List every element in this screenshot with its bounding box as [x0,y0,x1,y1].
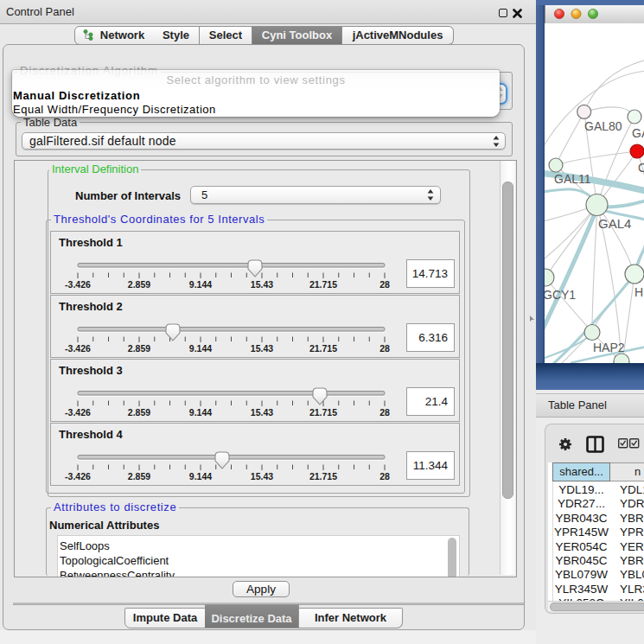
svg-text:-3.426: -3.426 [65,279,91,290]
svg-text:28: 28 [379,279,390,290]
svg-text:-3.426: -3.426 [65,343,91,354]
svg-text:21.715: 21.715 [309,343,337,354]
svg-text:H: H [634,285,643,299]
svg-text:2.859: 2.859 [128,471,150,481]
svg-text:28: 28 [379,343,390,354]
svg-text:GCY1: GCY1 [545,288,576,302]
svg-text:28: 28 [379,407,390,418]
svg-text:9.144: 9.144 [189,471,212,481]
svg-text:2.859: 2.859 [128,279,150,290]
svg-text:C: C [638,161,644,175]
svg-text:-3.426: -3.426 [65,407,91,418]
svg-text:15.43: 15.43 [251,407,273,418]
svg-text:GA: GA [632,126,644,140]
svg-text:9.144: 9.144 [189,279,212,290]
svg-text:9.144: 9.144 [189,407,212,418]
svg-text:15.43: 15.43 [251,471,273,481]
svg-text:GAL11: GAL11 [554,172,591,186]
svg-text:GAL4: GAL4 [598,216,631,231]
svg-text:28: 28 [379,471,390,481]
svg-text:15.43: 15.43 [251,343,273,354]
svg-text:GAL80: GAL80 [584,119,622,133]
svg-text:21.715: 21.715 [309,471,337,481]
svg-text:HAP2: HAP2 [593,341,625,354]
svg-text:21.715: 21.715 [309,279,337,290]
svg-text:21.715: 21.715 [309,407,337,418]
svg-text:-3.426: -3.426 [65,471,91,481]
svg-text:2.859: 2.859 [128,343,150,354]
svg-text:2.859: 2.859 [128,407,150,418]
svg-text:15.43: 15.43 [251,279,273,290]
svg-text:9.144: 9.144 [189,343,212,354]
